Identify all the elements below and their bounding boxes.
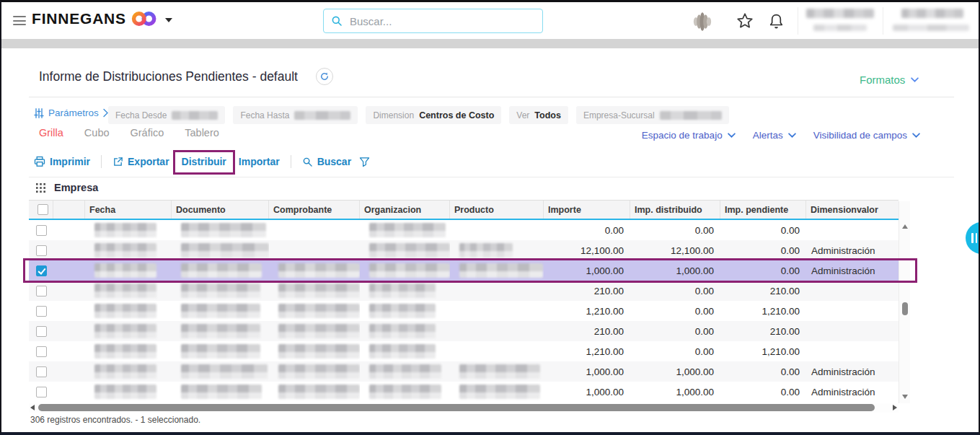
refresh-button[interactable] — [316, 68, 333, 85]
column-header-imp_pendiente[interactable]: Imp. pendiente — [720, 201, 806, 219]
scroll-right-arrow[interactable] — [893, 405, 897, 410]
formatos-dropdown[interactable]: Formatos — [860, 74, 919, 86]
row-checkbox[interactable] — [36, 286, 47, 296]
cell-documento — [172, 361, 269, 382]
redacted-cell-content — [369, 364, 441, 379]
distribuir-button[interactable]: Distribuir — [180, 156, 228, 167]
buscar-button[interactable]: Buscar — [302, 156, 351, 167]
table-row[interactable]: 1,000.001,000.000.00Administración — [29, 382, 899, 402]
horizontal-scroll-thumb[interactable] — [38, 404, 875, 411]
importar-button[interactable]: Importar — [239, 156, 280, 167]
cell-imp_distribuido: 0.00 — [630, 321, 720, 341]
redacted-cell-content — [94, 364, 156, 379]
redacted-cell-content — [459, 243, 513, 258]
param-chip-label: Fecha Desde — [115, 110, 167, 120]
row-checkbox[interactable] — [36, 346, 47, 357]
table-row[interactable]: 1,000.001,000.000.00Administración — [29, 361, 899, 382]
param-chip-ver[interactable]: VerTodos — [509, 106, 568, 124]
page-title: Informe de Distribuciones Pendientes - d… — [39, 69, 298, 84]
menu-visibilidad-de-campos[interactable]: Visibilidad de campos — [813, 130, 920, 141]
row-checkbox-cell — [29, 260, 53, 281]
param-chip-value: Centros de Costo — [419, 110, 494, 120]
cell-organizacion — [360, 301, 450, 321]
row-checkbox[interactable] — [36, 366, 47, 377]
param-chip-dimension[interactable]: DimensionCentros de Costo — [366, 106, 501, 124]
chevron-down-icon — [911, 77, 919, 82]
table-row[interactable]: 0.000.000.00 — [29, 220, 899, 240]
row-checkbox[interactable] — [36, 326, 47, 337]
user-info-redacted[interactable] — [806, 9, 878, 31]
scroll-left-arrow[interactable] — [30, 405, 35, 410]
imprimir-button[interactable]: Imprimir — [34, 156, 90, 167]
side-panel-handle-button[interactable] — [966, 222, 980, 254]
column-header-documento[interactable]: Documento — [172, 201, 269, 219]
table-row[interactable]: 1,000.001,000.000.00Administración — [29, 260, 899, 281]
cell-documento — [172, 220, 269, 240]
search-icon — [302, 157, 313, 167]
redacted-cell-content — [278, 263, 360, 278]
search-input[interactable] — [348, 14, 535, 28]
cell-documento — [172, 240, 269, 260]
brand-logo[interactable]: FINNEGANS — [32, 9, 172, 28]
param-chip-empresa-sucursal[interactable]: Empresa-Sucursal — [576, 106, 729, 124]
exportar-button[interactable]: Exportar — [112, 156, 169, 167]
column-header-importe[interactable]: Importe — [544, 201, 630, 219]
cell-dimensionvalor: Administración — [806, 240, 899, 260]
column-header-producto[interactable]: Producto — [450, 201, 544, 219]
table-row[interactable]: 12,100.0012,100.000.00Administración — [29, 240, 899, 260]
global-search[interactable] — [323, 9, 543, 33]
scroll-up-arrow[interactable] — [902, 224, 908, 229]
parametros-toggle[interactable]: Parámetros — [34, 107, 108, 118]
export-icon — [112, 157, 123, 167]
menu-alertas[interactable]: Alertas — [753, 130, 796, 141]
horizontal-scrollbar[interactable] — [29, 403, 899, 413]
company-info-redacted[interactable] — [893, 9, 972, 31]
redacted-cell-content — [278, 324, 360, 338]
tab-gráfico[interactable]: Gráfico — [131, 127, 164, 139]
table-row[interactable]: 210.000.00210.00 — [29, 281, 899, 301]
cell-importe: 1,000.00 — [544, 361, 630, 382]
column-header-organizacion[interactable]: Organizacion — [360, 201, 450, 219]
cell-imp_distribuido: 0.00 — [630, 341, 720, 361]
column-header-fecha[interactable]: Fecha — [85, 201, 172, 219]
table-row[interactable]: 210.000.00210.00 — [29, 321, 899, 341]
column-header-comprobante[interactable]: Comprobante — [269, 201, 360, 219]
menu-espacio-de-trabajo[interactable]: Espacio de trabajo — [642, 130, 736, 141]
row-checkbox[interactable] — [36, 265, 47, 276]
tab-tablero[interactable]: Tablero — [185, 127, 219, 139]
table-row[interactable]: 1,210.000.001,210.00 — [29, 301, 899, 321]
row-checkbox[interactable] — [36, 225, 47, 236]
row-checkbox-cell — [29, 301, 53, 321]
param-chip-fecha-hasta[interactable]: Fecha Hasta — [233, 106, 358, 124]
parameter-chips: Fecha DesdeFecha HastaDimensionCentros d… — [108, 106, 729, 124]
column-header-dimensionvalor[interactable]: Dimensionvalor — [806, 201, 899, 219]
vertical-scroll-thumb[interactable] — [902, 302, 908, 315]
scroll-down-arrow[interactable] — [902, 395, 908, 399]
column-header-imp_distribuido[interactable]: Imp. distribuido — [630, 201, 720, 219]
grid-handle-icon[interactable] — [36, 183, 45, 193]
select-all-checkbox[interactable] — [37, 204, 48, 215]
tab-grilla[interactable]: Grilla — [39, 127, 63, 139]
grid-toolbar: Imprimir Exportar Distribuir Importar Bu… — [34, 155, 370, 168]
tab-cubo[interactable]: Cubo — [84, 127, 110, 139]
redacted-cell-content — [369, 385, 441, 399]
filter-funnel-icon[interactable] — [359, 157, 370, 167]
cell-imp_pendiente: 0.00 — [720, 260, 806, 281]
param-chip-label: Fecha Hasta — [240, 110, 289, 120]
vertical-scrollbar[interactable] — [899, 201, 910, 403]
row-checkbox[interactable] — [36, 387, 47, 397]
cell-producto — [450, 281, 544, 301]
grid-body: 0.000.000.0012,100.0012,100.000.00Admini… — [29, 220, 899, 402]
cell-imp_pendiente: 1,210.00 — [720, 341, 806, 361]
menu-label: Espacio de trabajo — [642, 130, 723, 141]
cell-documento — [172, 341, 269, 361]
redacted-cell-content — [94, 385, 156, 399]
cell-fecha — [85, 260, 172, 281]
brand-caret-icon[interactable] — [165, 18, 172, 22]
param-chip-fecha-desde[interactable]: Fecha Desde — [108, 106, 225, 124]
cell-producto — [450, 240, 544, 260]
row-checkbox[interactable] — [36, 245, 47, 256]
row-checkbox[interactable] — [36, 306, 47, 317]
hamburger-menu-icon[interactable] — [13, 16, 26, 25]
table-row[interactable]: 1,210.000.001,210.00 — [29, 341, 899, 361]
